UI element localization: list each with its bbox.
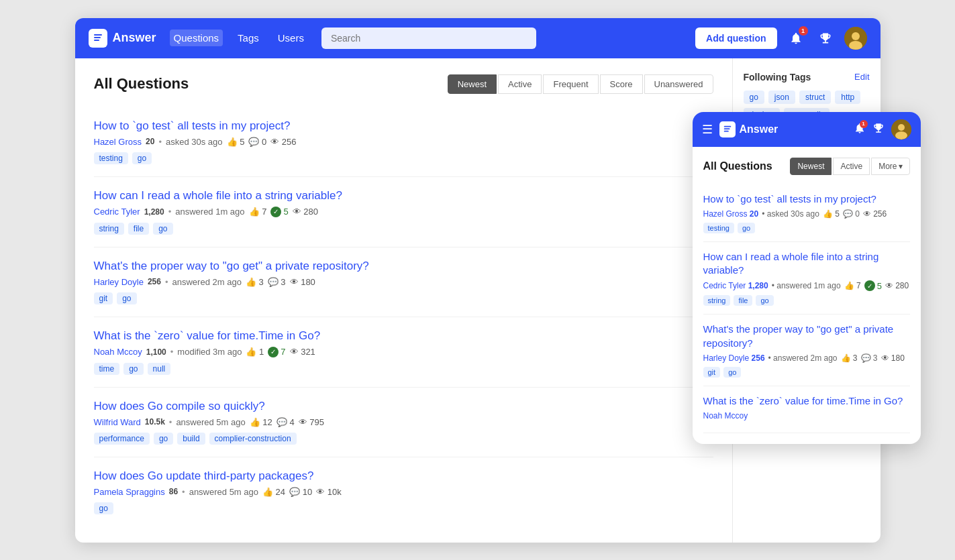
question-title[interactable]: How to `go test` all tests in my project… [703,192,910,206]
sidebar-tag[interactable]: struct [799,91,831,104]
tag[interactable]: go [132,152,152,164]
tag[interactable]: testing [94,152,128,164]
tag[interactable]: git [703,367,721,378]
answer-count: 💬 3 [268,277,286,287]
question-author[interactable]: Cedric Tyler [94,207,140,217]
tag[interactable]: complier-construction [209,433,297,445]
tag[interactable]: performance [94,433,150,445]
mobile-window: ☰ Answer 1 [693,112,921,445]
filter-active[interactable]: Active [498,74,542,94]
question-item: How can I read a whole file into a strin… [94,177,713,247]
search-container [321,27,536,49]
answer-count: 💬 0 [843,209,860,219]
tag[interactable]: time [94,363,120,375]
question-author[interactable]: Noah Mccoy [94,347,142,357]
mobile-filter-more[interactable]: More ▾ [871,158,909,175]
view-count: 👁 280 [293,207,318,217]
tag[interactable]: go [123,363,143,375]
sidebar-tag[interactable]: http [835,91,860,104]
question-author[interactable]: Pamela Spraggins [94,487,165,497]
sidebar-tag[interactable]: json [768,91,795,104]
question-title[interactable]: How can I read a whole file into a strin… [703,250,910,278]
question-tags: timegonull [94,363,713,375]
tag[interactable]: string [703,295,731,306]
question-title[interactable]: What is the `zero` value for time.Time i… [94,329,713,343]
tag[interactable]: testing [703,223,734,233]
logo: Answer [89,29,156,48]
author-rep: 256 [148,277,161,286]
svg-point-11 [895,131,907,139]
answer-count: ✓ 5 [270,207,288,217]
question-title[interactable]: What is the `zero` value for time.Time i… [703,394,910,408]
question-title[interactable]: How to `go test` all tests in my project… [94,119,713,133]
time-label: • answered 2m ago [768,353,838,363]
mobile-filter-active[interactable]: Active [833,158,870,175]
edit-tags-link[interactable]: Edit [854,72,869,82]
question-meta: Noah Mccoy [703,411,910,421]
following-tags-title: Following Tags [744,72,811,82]
nav-users[interactable]: Users [274,30,308,46]
vote-count: 👍 24 [262,487,285,497]
nav-questions[interactable]: Questions [170,30,223,46]
user-avatar[interactable] [844,27,867,50]
tag[interactable]: git [94,292,113,304]
question-author[interactable]: Harley Doyle [94,277,144,287]
view-count: 👁 321 [290,347,315,357]
avatar-image [844,27,867,50]
tag[interactable]: file [734,295,752,306]
question-author[interactable]: Hazel Gross 20 [703,209,759,219]
question-title[interactable]: What's the proper way to "go get" a priv… [703,323,910,350]
add-question-button[interactable]: Add question [695,27,776,49]
question-author[interactable]: Hazel Gross [94,137,142,147]
following-tags-header: Following Tags Edit [744,72,870,82]
tag[interactable]: null [148,363,171,375]
question-title[interactable]: How does Go compile so quickly? [94,400,713,413]
tag[interactable]: go [723,367,741,378]
filter-score[interactable]: Score [600,74,643,94]
nav-tags[interactable]: Tags [234,30,263,46]
trophy-button[interactable] [815,27,836,49]
question-author[interactable]: Harley Doyle 256 [703,353,765,363]
tag[interactable]: string [94,223,124,235]
tag[interactable]: go [94,502,113,514]
tag[interactable]: build [177,433,205,445]
mobile-page-title: All Questions [703,160,772,172]
filter-frequent[interactable]: Frequent [543,74,598,94]
question-author[interactable]: Wilfrid Ward [94,417,141,427]
tag[interactable]: file [128,223,149,235]
mobile-notification-badge: 1 [860,120,868,128]
sidebar-tag[interactable]: go [744,91,764,104]
tag[interactable]: go [756,295,773,306]
answer-count: 💬 0 [248,137,266,147]
mobile-trophy-button[interactable] [872,122,885,137]
question-meta: Noah Mccoy 1,100 • modified 3m ago 👍 1 ✓… [94,347,713,357]
mobile-user-avatar[interactable] [891,119,911,139]
tag[interactable]: go [154,433,173,445]
question-author[interactable]: Noah Mccoy [703,411,748,421]
hamburger-button[interactable]: ☰ [702,122,713,137]
time-label: asked 30s ago [166,137,223,147]
question-title[interactable]: How does Go update third-party packages? [94,469,713,483]
mobile-avatar-image [891,119,911,139]
mobile-filter-newest[interactable]: Newest [790,158,832,175]
search-input[interactable] [321,27,536,49]
notifications-button[interactable]: 1 [785,27,807,49]
view-count: 👁 256 [863,209,887,219]
view-count: 👁 180 [881,353,905,363]
question-tags: performancegobuildcomplier-construction [94,433,713,445]
svg-point-10 [898,124,905,131]
tag[interactable]: go [117,292,136,304]
question-item: What's the proper way to "go get" a priv… [94,247,713,317]
filter-unanswered[interactable]: Unanswered [644,74,713,94]
mobile-notifications-button[interactable]: 1 [854,122,866,137]
question-author[interactable]: Cedric Tyler 1,280 [703,281,768,290]
time-label: answered 2m ago [172,277,242,287]
answer-count: ✓ 7 [268,347,285,357]
question-title[interactable]: What's the proper way to "go get" a priv… [94,260,713,273]
mobile-logo: Answer [719,121,778,137]
mobile-actions: 1 [854,119,911,139]
filter-newest[interactable]: Newest [448,74,497,94]
tag[interactable]: go [153,223,172,235]
tag[interactable]: go [738,223,755,233]
question-title[interactable]: How can I read a whole file into a strin… [94,189,713,203]
